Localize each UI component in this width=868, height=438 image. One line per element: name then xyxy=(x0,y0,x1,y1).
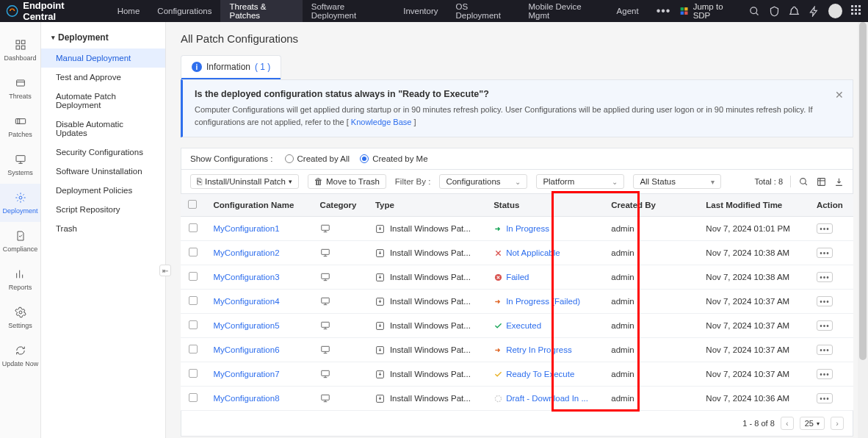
status-link[interactable]: Executed xyxy=(506,321,541,330)
row-actions-button[interactable]: ••• xyxy=(817,223,833,234)
shield-icon[interactable] xyxy=(769,5,780,17)
row-actions-button[interactable]: ••• xyxy=(817,272,833,282)
app-grid-icon[interactable] xyxy=(851,5,862,17)
row-checkbox[interactable] xyxy=(189,369,198,378)
close-icon[interactable]: ✕ xyxy=(835,89,844,101)
rail-deployment[interactable]: Deployment xyxy=(0,184,40,222)
column-header[interactable]: Configuration Name xyxy=(206,194,312,217)
row-checkbox[interactable] xyxy=(189,320,198,329)
sidebar-item-test-and-approve[interactable]: Test and Approve xyxy=(41,68,165,87)
nav-inventory[interactable]: Inventory xyxy=(394,0,446,22)
nav-home[interactable]: Home xyxy=(109,0,149,22)
sidebar-item-trash[interactable]: Trash xyxy=(41,219,165,238)
row-checkbox[interactable] xyxy=(189,272,198,281)
nav-mobile-device-mgmt[interactable]: Mobile Device Mgmt xyxy=(519,0,607,22)
row-checkbox[interactable] xyxy=(189,345,198,353)
row-checkbox[interactable] xyxy=(189,296,198,305)
rail-compliance[interactable]: Compliance xyxy=(0,222,40,260)
configuration-link[interactable]: MyConfiguration8 xyxy=(213,394,279,403)
row-checkbox[interactable] xyxy=(189,248,198,256)
bell-icon[interactable] xyxy=(789,5,800,17)
information-tab[interactable]: i Information ( 1 ) xyxy=(181,56,281,79)
configuration-link[interactable]: MyConfiguration7 xyxy=(213,370,279,378)
bolt-icon[interactable] xyxy=(809,5,820,17)
configurations-dropdown[interactable]: Configurations⌄ xyxy=(439,174,527,189)
rail-patches[interactable]: Patches xyxy=(0,107,40,146)
column-header[interactable]: Last Modified Time xyxy=(698,194,809,217)
row-checkbox[interactable] xyxy=(189,393,198,402)
row-actions-button[interactable]: ••• xyxy=(817,393,833,403)
table-row: MyConfiguration1Install Windows Pat...In… xyxy=(181,217,853,241)
next-page-button[interactable]: › xyxy=(831,417,844,430)
status-link[interactable]: Ready To Execute xyxy=(506,370,574,378)
row-actions-button[interactable]: ••• xyxy=(817,369,833,379)
sidebar-item-security-configurations[interactable]: Security Configurations xyxy=(41,143,165,162)
column-header[interactable]: Action xyxy=(809,194,853,217)
sidebar-item-script-repository[interactable]: Script Repository xyxy=(41,200,165,219)
user-avatar[interactable] xyxy=(828,4,842,18)
status-link[interactable]: Retry In Progress xyxy=(506,345,571,354)
move-to-trash-button[interactable]: 🗑 Move to Trash xyxy=(308,174,386,189)
sidebar-item-automate-patch-deployment[interactable]: Automate Patch Deployment xyxy=(41,87,165,115)
knowledge-base-link[interactable]: Knowledge Base xyxy=(351,118,412,126)
column-header[interactable]: Category xyxy=(313,194,368,217)
install-uninstall-button[interactable]: ⎘ Install/Uninstall Patch ▾ xyxy=(190,174,299,189)
row-actions-button[interactable]: ••• xyxy=(817,248,833,258)
product-logo[interactable]: Endpoint Central xyxy=(6,0,109,22)
rail-threats[interactable]: Threats xyxy=(0,69,40,107)
platform-dropdown[interactable]: Platform⌄ xyxy=(536,174,624,189)
status-link[interactable]: In Progress xyxy=(506,224,549,233)
rail-settings[interactable]: Settings xyxy=(0,298,40,337)
scrollbar-thumb[interactable] xyxy=(859,22,867,360)
column-header[interactable]: Type xyxy=(368,194,486,217)
nav-threats-patches[interactable]: Threats & Patches xyxy=(220,0,302,22)
nav-agent[interactable]: Agent xyxy=(608,0,648,22)
nav-os-deployment[interactable]: OS Deployment xyxy=(447,0,520,22)
rail-dashboard[interactable]: Dashboard xyxy=(0,31,40,69)
total-count: Total : 8 xyxy=(754,177,783,186)
configuration-link[interactable]: MyConfiguration4 xyxy=(213,297,279,306)
row-checkbox[interactable] xyxy=(189,223,198,232)
configuration-link[interactable]: MyConfiguration1 xyxy=(213,224,279,233)
status-icon xyxy=(493,370,502,378)
sidebar-section-header[interactable]: ▾ Deployment xyxy=(41,29,165,49)
select-all-checkbox[interactable] xyxy=(188,200,197,209)
page-size-selector[interactable]: 25▾ xyxy=(800,417,825,430)
nav-software-deployment[interactable]: Software Deployment xyxy=(303,0,394,22)
svg-point-15 xyxy=(19,196,22,199)
status-dropdown[interactable]: All Status▾ xyxy=(633,174,721,189)
jump-to-sdp[interactable]: Jump to SDP xyxy=(679,2,739,20)
status-link[interactable]: Not Applicable xyxy=(506,248,560,257)
export-icon[interactable] xyxy=(833,176,844,187)
column-header[interactable]: Created By xyxy=(604,194,698,217)
row-actions-button[interactable]: ••• xyxy=(817,296,833,306)
configuration-link[interactable]: MyConfiguration5 xyxy=(213,321,279,330)
configuration-link[interactable]: MyConfiguration2 xyxy=(213,248,279,257)
status-link[interactable]: Draft - Download In ... xyxy=(506,394,588,403)
nav-more-icon[interactable]: ••• xyxy=(648,4,680,18)
sidebar-item-manual-deployment[interactable]: Manual Deployment xyxy=(41,49,165,68)
columns-icon[interactable] xyxy=(816,176,826,187)
sidebar-item-deployment-policies[interactable]: Deployment Policies xyxy=(41,181,165,200)
sidebar-item-disable-automatic-updates[interactable]: Disable Automatic Updates xyxy=(41,115,165,143)
nav-configurations[interactable]: Configurations xyxy=(148,0,220,22)
rail-systems[interactable]: Systems xyxy=(0,146,40,184)
created-by-me-radio[interactable]: Created by Me xyxy=(360,154,427,163)
search-icon[interactable] xyxy=(748,5,759,17)
status-link[interactable]: In Progress (Failed) xyxy=(506,297,580,306)
status-link[interactable]: Failed xyxy=(506,273,529,281)
collapse-sidebar-icon[interactable]: ⇤ xyxy=(159,265,171,276)
created-by-all-radio[interactable]: Created by All xyxy=(285,154,350,163)
configuration-link[interactable]: MyConfiguration6 xyxy=(213,345,279,354)
row-actions-button[interactable]: ••• xyxy=(817,345,833,355)
configuration-link[interactable]: MyConfiguration3 xyxy=(213,273,279,281)
prev-page-button[interactable]: ‹ xyxy=(781,417,794,430)
rail-reports[interactable]: Reports xyxy=(0,260,40,298)
column-header[interactable]: Status xyxy=(486,194,604,217)
column-header[interactable] xyxy=(181,194,206,217)
row-actions-button[interactable]: ••• xyxy=(817,320,833,331)
rail-update-now[interactable]: Update Now xyxy=(0,337,40,375)
search-icon[interactable] xyxy=(798,176,809,187)
sidebar-item-software-uninstallation[interactable]: Software Uninstallation xyxy=(41,162,165,181)
status-icon xyxy=(493,273,502,281)
